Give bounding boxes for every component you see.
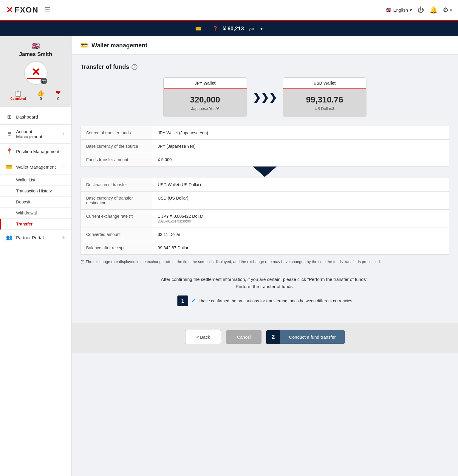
- main-content: 💳 Wallet management Transfer of funds ? …: [72, 36, 458, 476]
- usd-wallet-currency: US Dollar/$: [288, 106, 361, 111]
- page-title: Wallet management: [92, 42, 147, 49]
- withdrawal-label: Withdrawal: [16, 211, 37, 215]
- step-2-badge: 2: [266, 330, 280, 344]
- completed-icon: 📋: [10, 90, 26, 97]
- sidebar-item-label: Wallet Management: [16, 164, 58, 169]
- dest-base-currency-value: USD (US Dollar): [152, 192, 449, 210]
- transfer-amount-value: ¥ 5,000: [152, 153, 449, 167]
- sidebar-item-wallet-management[interactable]: 💳 Wallet Management −: [0, 159, 71, 175]
- account-management-icon: 🖥: [6, 131, 13, 137]
- exchange-rate-note: 2025-01-24 03:39:00: [158, 219, 443, 223]
- avatar-x-icon: ✕: [31, 66, 40, 78]
- deposit-label: Deposit: [16, 200, 30, 204]
- wallet-management-header-icon: 💳: [81, 42, 88, 49]
- avatar: ✕ 📷: [24, 61, 48, 85]
- dest-base-currency-label: Base currency of transfer destination: [81, 192, 152, 210]
- sidebar-item-deposit[interactable]: Deposit: [0, 197, 71, 208]
- usd-wallet-card: USD Wallet 99,310.76 US Dollar/$: [283, 77, 366, 117]
- wallet-sub-menu: Wallet List Transaction History Deposit …: [0, 175, 71, 230]
- profile-stats: 📋 Completed 👍 0 ❤ 0: [5, 89, 66, 101]
- content-area: Transfer of funds ? JPY Wallet 320,000 J…: [72, 55, 458, 323]
- exchange-rate-text: 1 JPY = 0.006422 Dollar: [158, 214, 443, 219]
- top-nav-right: 🇬🇧 English ▾ ⏻ 🔔 ⚙ ▾: [386, 6, 452, 14]
- page-header: 💳 Wallet management: [72, 36, 458, 55]
- balance-after-value: 99,342.87 Dollar: [152, 241, 449, 255]
- usd-wallet-header: USD Wallet: [283, 78, 366, 89]
- checkmark-icon[interactable]: ✔: [191, 298, 196, 304]
- sidebar-item-dashboard[interactable]: ⊞ Dashboard: [0, 109, 71, 125]
- sub-nav: 💳 : ❓ ¥ 60,213 yen ▾: [0, 21, 458, 36]
- balance-amount: ¥ 60,213: [223, 26, 244, 32]
- sidebar-item-partner-portal[interactable]: 👥 Partner Portal +: [0, 230, 71, 245]
- jpy-wallet-header: JPY Wallet: [164, 78, 247, 89]
- stat-heart: ❤ 0: [56, 89, 61, 101]
- transaction-history-label: Transaction History: [16, 189, 52, 193]
- stat-completed: 📋 Completed: [10, 90, 26, 100]
- sidebar-item-label: Position Management: [16, 149, 65, 154]
- like-icon: 👍: [37, 89, 44, 96]
- checkbox-row: 1 ✔ I have confirmed the precautions for…: [81, 295, 449, 306]
- transfer-of-funds-title: Transfer of funds: [81, 63, 129, 70]
- power-icon[interactable]: ⏻: [417, 6, 424, 14]
- sidebar: 🇬🇧 James Smith ✕ 📷 📋 Completed 👍: [0, 36, 72, 476]
- completed-label: Completed: [10, 97, 26, 100]
- wallet-management-icon: 💳: [6, 164, 13, 170]
- source-info-table: Source of transfer funds JPY Wallet (Jap…: [81, 126, 449, 167]
- chevron-down-icon: ▾: [450, 8, 452, 13]
- usd-wallet-amount: 99,310.76: [288, 95, 361, 105]
- balance-currency: yen: [249, 26, 256, 31]
- hamburger-menu-icon[interactable]: ☰: [44, 6, 50, 14]
- sidebar-item-transfer[interactable]: Transfer: [0, 219, 71, 230]
- sidebar-item-account-management[interactable]: 🖥 Account Management +: [0, 125, 71, 144]
- balance-chevron-icon[interactable]: ▾: [260, 26, 263, 32]
- camera-icon[interactable]: 📷: [41, 78, 47, 84]
- down-arrow-wrap: [81, 167, 449, 178]
- table-row: Source of transfer funds JPY Wallet (Jap…: [81, 126, 449, 140]
- minus-icon: −: [62, 164, 65, 170]
- help-circle-icon[interactable]: ❓: [212, 26, 218, 32]
- wallet-list-label: Wallet List: [16, 178, 35, 182]
- base-currency-label: Base currency of the source: [81, 140, 152, 153]
- converted-amount-label: Converted amount: [81, 228, 152, 241]
- table-row: Base currency of transfer destination US…: [81, 192, 449, 210]
- heart-count: 0: [56, 96, 61, 101]
- transfer-amount-label: Funds transfer amount: [81, 153, 152, 167]
- cancel-button[interactable]: Cancel: [226, 330, 262, 344]
- sidebar-item-wallet-list[interactable]: Wallet List: [0, 175, 71, 186]
- sidebar-item-withdrawal[interactable]: Withdrawal: [0, 208, 71, 219]
- jpy-wallet-body: 320,000 Japanese Yen/¥: [164, 89, 247, 117]
- layout: 🇬🇧 James Smith ✕ 📷 📋 Completed 👍: [0, 36, 458, 476]
- sidebar-nav: ⊞ Dashboard 🖥 Account Management + 📍 Pos…: [0, 107, 71, 248]
- table-row: Base currency of the source JPY (Japanes…: [81, 140, 449, 153]
- plus-icon: +: [62, 234, 65, 241]
- sidebar-item-transaction-history[interactable]: Transaction History: [0, 186, 71, 197]
- top-nav: ✕ FXON ☰ 🇬🇧 English ▾ ⏻ 🔔 ⚙ ▾: [0, 0, 458, 21]
- table-row: Converted amount 32.11 Dollar: [81, 228, 449, 241]
- usd-wallet-body: 99,310.76 US Dollar/$: [283, 89, 366, 117]
- table-row: Balance after receipt 99,342.87 Dollar: [81, 241, 449, 255]
- table-row: Current exchange rate (*) 1 JPY = 0.0064…: [81, 210, 449, 228]
- gear-icon: ⚙: [443, 6, 449, 14]
- conduct-transfer-button[interactable]: Conduct a fund transfer: [280, 330, 345, 344]
- position-management-icon: 📍: [6, 148, 13, 155]
- help-icon[interactable]: ?: [131, 64, 137, 70]
- source-funds-value: JPY Wallet (Japanese Yen): [152, 126, 449, 140]
- logo-text: FXON: [15, 5, 38, 15]
- plus-icon: +: [62, 131, 65, 137]
- bell-icon[interactable]: 🔔: [429, 6, 437, 14]
- wallets-row: JPY Wallet 320,000 Japanese Yen/¥ ❯❯❯ US…: [81, 77, 449, 117]
- like-count: 0: [37, 96, 44, 101]
- logo-x-icon: ✕: [6, 5, 13, 15]
- profile-name: James Smith: [5, 51, 66, 57]
- sidebar-item-label: Partner Portal: [16, 235, 58, 240]
- settings-button[interactable]: ⚙ ▾: [443, 6, 452, 14]
- partner-portal-icon: 👥: [6, 234, 13, 241]
- sidebar-item-label: Dashboard: [16, 114, 65, 119]
- sidebar-item-position-management[interactable]: 📍 Position Management: [0, 144, 71, 159]
- back-button[interactable]: < Back: [185, 330, 221, 344]
- action-buttons-row: < Back Cancel 2 Conduct a fund transfer: [72, 323, 458, 353]
- language-selector[interactable]: 🇬🇧 English ▾: [386, 7, 412, 13]
- top-nav-left: ✕ FXON ☰: [6, 5, 50, 15]
- transfer-label: Transfer: [16, 222, 33, 226]
- jpy-wallet-amount: 320,000: [168, 95, 242, 105]
